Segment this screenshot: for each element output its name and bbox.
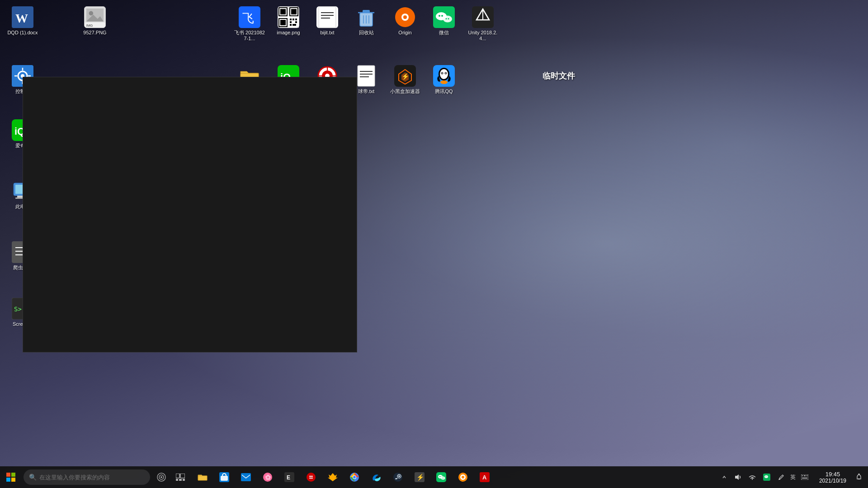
keyboard-layout-icon[interactable]: [797, 470, 812, 484]
volume-icon[interactable]: [731, 470, 745, 484]
notification-icon[interactable]: [852, 466, 866, 488]
svg-rect-77: [358, 66, 375, 86]
icon-wechat-label: 微信: [439, 30, 449, 36]
svg-rect-12: [280, 9, 286, 14]
taskbar-edge[interactable]: [365, 466, 387, 488]
input-icon[interactable]: [774, 470, 788, 484]
temp-folder-text: 临时文件: [542, 71, 575, 80]
open-window[interactable]: [23, 77, 357, 352]
svg-rect-101: [180, 474, 185, 478]
txt-doc-icon: [316, 6, 338, 28]
system-clock[interactable]: 19:45 2021/10/19: [814, 466, 852, 488]
xiaoheibox-icon: ⚡: [394, 65, 416, 87]
icon-recycle[interactable]: 回收站: [348, 5, 384, 38]
svg-point-41: [443, 16, 452, 23]
svg-point-36: [403, 15, 407, 19]
svg-rect-23: [292, 24, 296, 26]
clock-time: 19:45: [826, 471, 840, 478]
taskbar-app6[interactable]: [300, 466, 322, 488]
svg-text:飞: 飞: [242, 11, 254, 25]
taskbar-mail[interactable]: [235, 466, 257, 488]
svg-rect-17: [290, 19, 292, 20]
icon-qq-label: 腾讯QQ: [435, 89, 453, 94]
icon-image-png[interactable]: image.png: [270, 5, 307, 38]
cortana-button[interactable]: [152, 468, 171, 487]
taskbar-file-explorer[interactable]: [192, 466, 213, 488]
svg-point-135: [462, 476, 464, 479]
tray-icons-group: 英: [729, 470, 814, 484]
svg-rect-102: [176, 479, 178, 481]
taskbar-wechat[interactable]: [430, 466, 452, 488]
svg-rect-108: [241, 473, 251, 481]
taskbar-app11[interactable]: ⚡: [409, 466, 430, 488]
language-indicator[interactable]: 英: [788, 470, 797, 484]
svg-point-142: [767, 476, 768, 477]
svg-rect-22: [290, 24, 292, 26]
search-input[interactable]: [39, 474, 145, 481]
icon-wechat[interactable]: 微信: [426, 5, 462, 38]
svg-text:⚡: ⚡: [416, 474, 425, 481]
svg-rect-147: [807, 475, 807, 476]
network-icon[interactable]: [745, 470, 760, 484]
svg-rect-30: [363, 10, 370, 13]
icon-origin[interactable]: Origin: [387, 5, 423, 38]
icon-feishu[interactable]: 飞 飞书 20210827-1...: [231, 5, 268, 43]
svg-point-120: [353, 476, 356, 479]
svg-point-128: [439, 476, 440, 477]
svg-rect-16: [280, 20, 286, 25]
wechat-tray-icon[interactable]: [760, 470, 774, 484]
taskbar-epic[interactable]: E: [278, 466, 300, 488]
svg-point-87: [440, 69, 448, 79]
qq-app-icon: [433, 65, 455, 87]
svg-rect-103: [179, 479, 182, 481]
svg-rect-146: [804, 475, 806, 476]
taskbar-store[interactable]: [213, 466, 235, 488]
recycle-bin-icon: [355, 6, 377, 28]
taskbar-app7[interactable]: [322, 466, 344, 488]
icon-bijitxt[interactable]: bijit.txt: [309, 5, 345, 38]
start-button[interactable]: [0, 466, 22, 488]
svg-point-130: [441, 477, 445, 480]
svg-text:E: E: [287, 474, 290, 481]
taskbar-steam[interactable]: [387, 466, 409, 488]
icon-9527[interactable]: IMG 9527.PNG: [77, 5, 113, 38]
svg-text:⚡: ⚡: [401, 73, 410, 80]
svg-rect-19: [295, 19, 297, 20]
icon-unity[interactable]: Unity 2018.2.4...: [465, 5, 501, 43]
svg-point-131: [442, 478, 443, 479]
svg-point-132: [443, 478, 444, 479]
icon-feishu-label: 飞书 20210827-1...: [233, 30, 266, 42]
photo-icon: IMG: [84, 6, 106, 28]
svg-point-39: [439, 15, 440, 17]
taskbar-app14[interactable]: A: [474, 466, 495, 488]
svg-marker-116: [328, 473, 338, 481]
svg-text:W: W: [15, 11, 28, 25]
icon-image-label: image.png: [277, 30, 300, 36]
search-icon: 🔍: [29, 474, 37, 481]
task-view-button[interactable]: [171, 468, 190, 487]
qrcode-icon: [278, 6, 299, 28]
wechat-app-icon: [433, 6, 455, 28]
tray-expand-button[interactable]: [720, 470, 729, 484]
icon-origin-label: Origin: [398, 30, 411, 36]
taskbar-app4[interactable]: 🌸: [257, 466, 278, 488]
system-tray: 英 19:45 2021/10/19: [720, 466, 868, 488]
taskbar-chrome[interactable]: [344, 466, 365, 488]
svg-point-99: [160, 476, 162, 478]
feishu-app-icon: 飞: [239, 6, 260, 28]
search-bar[interactable]: 🔍: [24, 469, 150, 485]
qiuditxt-icon: [355, 65, 377, 87]
icon-xiaoheibox[interactable]: ⚡ 小黑盒加速器: [387, 63, 423, 96]
svg-rect-96: [11, 478, 15, 482]
icon-tencentqq[interactable]: 腾讯QQ: [426, 63, 462, 96]
taskbar-app13[interactable]: [452, 466, 474, 488]
icon-dqd-label: DQD (1).docx: [7, 30, 38, 36]
icon-dqd-docx[interactable]: W DQD (1).docx: [5, 5, 41, 38]
svg-rect-18: [292, 19, 294, 20]
word-icon: W: [12, 6, 33, 28]
svg-text:IMG: IMG: [86, 23, 93, 28]
svg-point-91: [445, 73, 446, 74]
icon-9527-label: 9527.PNG: [83, 30, 106, 36]
svg-rect-93: [6, 473, 10, 477]
svg-point-4: [89, 11, 94, 16]
